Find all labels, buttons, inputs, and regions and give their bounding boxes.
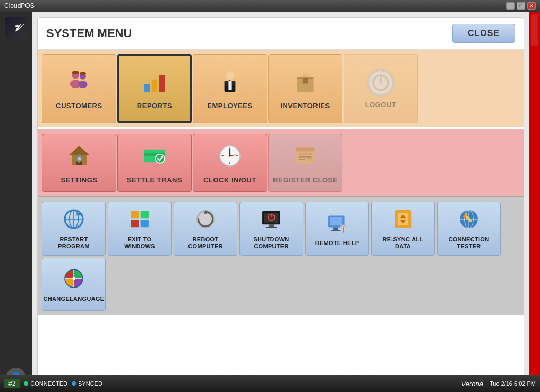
svg-rect-7 xyxy=(152,79,157,92)
register-close-icon: ? xyxy=(292,142,319,172)
minimize-button[interactable]: _ xyxy=(506,2,515,10)
right-bar xyxy=(531,14,538,46)
tile-employees[interactable]: EMPLOYEES xyxy=(193,54,267,123)
reports-label: REPORTS xyxy=(137,102,172,110)
titlebar: CloudPOS _ □ ✕ xyxy=(0,0,540,12)
svg-rect-26 xyxy=(78,154,80,156)
connection-tester-label: CONNECTION TESTER xyxy=(442,236,496,250)
svg-rect-43 xyxy=(296,147,315,151)
customers-label: CUSTOMERS xyxy=(56,102,102,110)
inventories-label: INVENTORIES xyxy=(280,102,330,110)
svg-rect-64 xyxy=(269,224,274,227)
connection-tester-icon xyxy=(457,207,481,233)
svg-text:?: ? xyxy=(308,156,312,164)
tile-remote-help[interactable]: REMOTE HELP xyxy=(305,202,369,256)
tile-customers[interactable]: CUSTOMERS xyxy=(42,54,116,123)
settle-trans-icon xyxy=(141,142,168,172)
resync-label: RE-SYNC ALL DATA xyxy=(376,236,430,250)
tile-reports[interactable]: REPORTS xyxy=(117,54,192,123)
connected-dot xyxy=(24,381,28,386)
settings-icon xyxy=(65,142,93,172)
svg-point-3 xyxy=(78,81,87,88)
register-close-label: REGISTER CLOSE xyxy=(273,176,338,184)
connected-label: CONNECTED xyxy=(30,380,67,387)
svg-rect-54 xyxy=(141,211,149,219)
svg-rect-69 xyxy=(331,230,341,231)
close-button[interactable]: CLOSE xyxy=(452,24,515,43)
right-edge xyxy=(529,12,540,392)
svg-rect-53 xyxy=(131,211,139,219)
datetime-label: Tue 2/16 6:02 PM xyxy=(490,380,536,387)
employees-label: EMPLOYEES xyxy=(207,102,252,110)
tile-settings[interactable]: SETTINGS xyxy=(42,134,116,192)
connected-status: CONNECTED xyxy=(24,380,67,387)
maximize-button[interactable]: □ xyxy=(517,2,525,10)
reports-icon xyxy=(141,68,168,98)
tile-register-close[interactable]: ? REGISTER CLOSE xyxy=(268,134,342,192)
svg-rect-65 xyxy=(266,227,277,228)
main-area: 𝒱 👤 SYSTEM MENU CLOSE xyxy=(0,12,540,392)
resync-icon xyxy=(391,207,415,233)
exit-windows-label: EXIT TO WINDOWS xyxy=(113,236,167,250)
svg-marker-21 xyxy=(69,145,89,154)
remote-help-icon xyxy=(325,211,349,237)
tile-resync[interactable]: RE-SYNC ALL DATA xyxy=(371,202,435,256)
svg-point-25 xyxy=(78,156,81,160)
svg-rect-8 xyxy=(159,75,165,92)
titlebar-controls: _ □ ✕ xyxy=(506,2,536,10)
tile-reboot-computer[interactable]: REBOOT COMPUTER xyxy=(174,202,237,256)
svg-rect-28 xyxy=(75,158,77,159)
titlebar-title: CloudPOS xyxy=(4,2,35,10)
tile-clock-inout[interactable]: CLOCK IN/OUT xyxy=(193,134,267,192)
svg-rect-67 xyxy=(330,217,342,225)
settings-label: SETTINGS xyxy=(61,176,97,184)
system-menu-header: SYSTEM MENU CLOSE xyxy=(38,18,524,50)
employees-icon xyxy=(216,68,244,98)
remote-help-label: REMOTE HELP xyxy=(315,240,359,247)
tile-shutdown-computer[interactable]: SHUTDOWN COMPUTER xyxy=(239,202,303,256)
restart-icon xyxy=(62,207,85,233)
restart-label: RESTART PROGRAM xyxy=(47,236,101,250)
clock-inout-label: CLOCK IN/OUT xyxy=(203,176,256,184)
bottom-section: RESTART PROGRAM EXIT TO WINDOW xyxy=(38,196,524,315)
clock-inout-icon xyxy=(216,142,244,172)
system-menu-panel: SYSTEM MENU CLOSE xyxy=(37,17,524,387)
sidebar: 𝒱 👤 xyxy=(0,12,32,392)
tile-connection-tester[interactable]: CONNECTION TESTER xyxy=(437,202,501,256)
bottom-grid: RESTART PROGRAM EXIT TO WINDOW xyxy=(42,202,519,311)
inventories-icon xyxy=(292,68,319,98)
change-language-icon xyxy=(62,267,85,292)
app-logo: 𝒱 xyxy=(5,17,27,39)
middle-grid: SETTINGS SETTLE TRANS xyxy=(38,129,524,196)
logout-icon xyxy=(367,69,395,97)
svg-rect-17 xyxy=(303,78,308,83)
content-area: SYSTEM MENU CLOSE xyxy=(32,12,529,392)
windows-icon xyxy=(128,207,151,233)
settle-trans-label: SETTLE TRANS xyxy=(127,176,182,184)
svg-rect-6 xyxy=(144,84,150,92)
tile-change-language[interactable]: CHANGELANGUAGE xyxy=(42,258,106,311)
svg-marker-16 xyxy=(297,73,313,78)
svg-rect-29 xyxy=(81,158,83,159)
svg-point-41 xyxy=(229,155,230,156)
logout-label: LOGOUT xyxy=(365,101,397,109)
taskbar: #2 CONNECTED SYNCED Verona Tue 2/16 6:02… xyxy=(0,375,540,392)
change-language-label: CHANGELANGUAGE xyxy=(44,295,105,302)
svg-point-9 xyxy=(226,71,234,80)
tile-logout[interactable]: LOGOUT xyxy=(344,54,418,123)
svg-rect-12 xyxy=(228,81,231,90)
window-close-button[interactable]: ✕ xyxy=(527,2,536,10)
taskbar-right: Verona Tue 2/16 6:02 PM xyxy=(461,380,536,388)
tile-exit-to-windows[interactable]: EXIT TO WINDOWS xyxy=(108,202,172,256)
svg-rect-55 xyxy=(131,220,139,228)
taskbar-start[interactable]: #2 xyxy=(4,379,20,388)
shutdown-label: SHUTDOWN COMPUTER xyxy=(244,236,298,250)
customers-icon xyxy=(65,68,93,98)
location-label: Verona xyxy=(461,380,483,388)
tile-settle-trans[interactable]: SETTLE TRANS xyxy=(117,134,192,192)
tile-inventories[interactable]: INVENTORIES xyxy=(268,54,342,123)
top-grid: CUSTOMERS REPORTS xyxy=(38,50,524,127)
svg-rect-56 xyxy=(141,220,149,228)
svg-rect-68 xyxy=(333,227,338,230)
tile-restart-program[interactable]: RESTART PROGRAM xyxy=(42,202,106,256)
